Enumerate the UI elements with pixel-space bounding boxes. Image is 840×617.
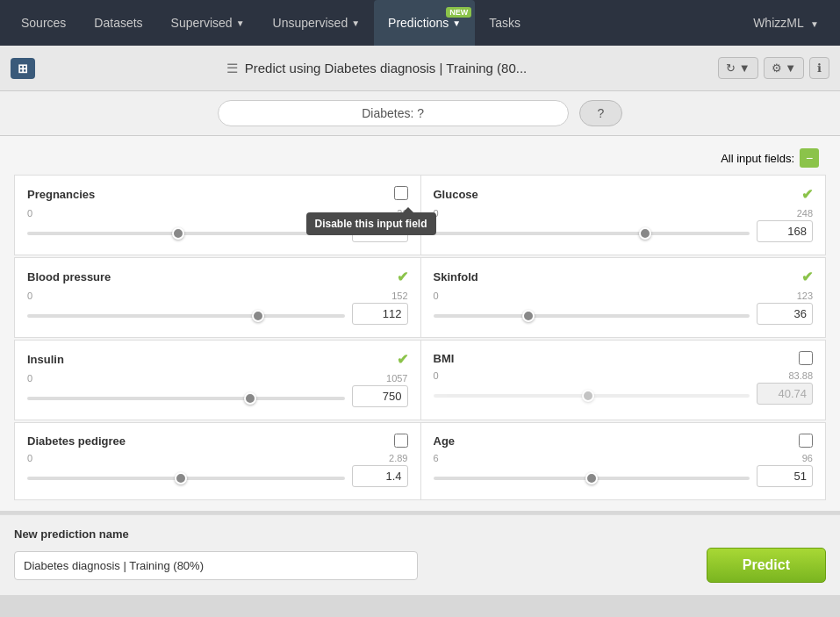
skinfold-slider-row	[434, 303, 814, 325]
all-inputs-toggle[interactable]: −	[800, 148, 819, 168]
diabetes-pedigree-slider-row	[27, 465, 408, 487]
prediction-name-input[interactable]	[14, 551, 418, 580]
blood-pressure-min: 0	[27, 291, 32, 301]
field-glucose: Glucose ✔ 0 248	[420, 175, 827, 255]
nav-datasets[interactable]: Datasets	[80, 0, 156, 46]
nav-predictions-label: Predictions	[388, 16, 449, 30]
prediction-display: Diabetes: ?	[218, 100, 569, 126]
tooltip-text: Disable this input field	[315, 218, 427, 230]
glucose-checkbox[interactable]: ✔	[801, 186, 813, 203]
skinfold-slider[interactable]	[434, 314, 750, 318]
glucose-label: Glucose	[434, 188, 478, 201]
top-bar: ⊞ ☰ Predict using Diabetes diagnosis | T…	[0, 46, 840, 91]
insulin-max: 1057	[386, 373, 407, 384]
diabetes-pedigree-min: 0	[27, 453, 32, 463]
page-title: ☰ Predict using Diabetes diagnosis | Tra…	[42, 61, 711, 76]
insulin-label: Insulin	[27, 353, 64, 366]
bottom-section: New prediction name Predict	[0, 514, 840, 595]
insulin-header: Insulin ✔	[27, 351, 408, 368]
bmi-value-input[interactable]	[757, 383, 813, 405]
all-inputs-bar: All input fields: −	[14, 145, 826, 175]
field-bmi: BMI 0 83.88	[420, 340, 827, 420]
pregnancies-slider[interactable]	[27, 232, 345, 235]
predictions-dropdown-arrow: ▼	[452, 18, 461, 28]
nav-predictions[interactable]: NEW Predictions ▼	[374, 0, 475, 46]
disable-tooltip: Disable this input field	[306, 212, 436, 235]
skinfold-checkbox[interactable]: ✔	[801, 269, 813, 285]
refresh-button[interactable]: ↻ ▼	[718, 57, 757, 79]
prediction-bar: Diabetes: ? ?	[0, 91, 840, 136]
diabetes-pedigree-range: 0 2.89	[27, 453, 408, 463]
glucose-value-input[interactable]	[757, 220, 813, 242]
blood-pressure-value-input[interactable]	[352, 303, 408, 325]
nav-sources[interactable]: Sources	[7, 0, 80, 46]
navigation: Sources Datasets Supervised ▼ Unsupervis…	[0, 0, 840, 46]
insulin-slider-row	[27, 385, 408, 407]
glucose-slider-row	[434, 220, 814, 242]
prediction-label: Diabetes: ?	[362, 106, 424, 120]
logo-button[interactable]: ⊞	[11, 58, 35, 79]
predict-button[interactable]: Predict	[707, 548, 826, 583]
age-max: 96	[802, 453, 813, 463]
diabetes-pedigree-checkbox[interactable]	[394, 434, 408, 448]
age-checkbox[interactable]	[799, 434, 813, 448]
skinfold-header: Skinfold ✔	[434, 269, 814, 285]
blood-pressure-checkbox[interactable]: ✔	[397, 269, 408, 285]
skinfold-range: 0 123	[434, 291, 814, 301]
title-text: Predict using Diabetes diagnosis | Train…	[245, 61, 528, 75]
diabetes-pedigree-label: Diabetes pedigree	[27, 434, 126, 448]
diabetes-pedigree-slider[interactable]	[27, 477, 345, 480]
insulin-range: 0 1057	[27, 373, 408, 384]
age-slider[interactable]	[434, 477, 750, 480]
supervised-dropdown-arrow: ▼	[236, 18, 245, 28]
blood-pressure-slider[interactable]	[27, 314, 345, 318]
predictions-badge: NEW	[446, 7, 471, 18]
blood-pressure-range: 0 152	[27, 291, 408, 301]
field-age: Age 6 96	[420, 422, 827, 500]
insulin-checkbox[interactable]: ✔	[397, 351, 408, 368]
user-menu-arrow: ▼	[810, 19, 819, 29]
prediction-value-button[interactable]: ?	[579, 100, 623, 126]
insulin-slider[interactable]	[27, 397, 345, 400]
age-header: Age	[434, 434, 814, 448]
skinfold-slider-container	[434, 307, 750, 320]
bmi-range: 0 83.88	[434, 370, 814, 381]
nav-user-menu[interactable]: WhizzML ▼	[739, 16, 833, 30]
skinfold-value-input[interactable]	[757, 303, 813, 325]
age-slider-row	[434, 465, 814, 487]
insulin-value-input[interactable]	[352, 385, 408, 407]
prediction-value-label: ?	[598, 106, 605, 120]
prediction-name-label: New prediction name	[14, 527, 826, 541]
nav-unsupervised[interactable]: Unsupervised ▼	[259, 0, 375, 46]
doc-icon: ☰	[226, 61, 238, 76]
nav-unsupervised-label: Unsupervised	[273, 16, 348, 30]
blood-pressure-slider-container	[27, 307, 345, 320]
prediction-name-row: Predict	[14, 548, 826, 583]
age-range: 6 96	[434, 453, 814, 463]
new-prediction-label-text: New prediction name	[14, 527, 129, 541]
blood-pressure-slider-row	[27, 303, 408, 325]
pregnancies-label: Pregnancies	[27, 188, 95, 201]
bmi-checkbox[interactable]	[799, 351, 813, 365]
nav-supervised[interactable]: Supervised ▼	[157, 0, 259, 46]
all-inputs-label: All input fields:	[721, 152, 794, 165]
field-pregnancies: Pregnancies Disable this input field 0 2…	[14, 175, 420, 255]
diabetes-pedigree-slider-container	[27, 470, 345, 483]
pregnancies-checkbox-container: Disable this input field	[394, 186, 408, 203]
main-content: All input fields: − Pregnancies Disable …	[0, 136, 840, 511]
blood-pressure-header: Blood pressure ✔	[27, 269, 408, 285]
diabetes-pedigree-max: 2.89	[389, 453, 407, 463]
nav-tasks[interactable]: Tasks	[475, 0, 535, 46]
age-label: Age	[434, 434, 456, 448]
bmi-max: 83.88	[788, 370, 813, 381]
top-bar-actions: ↻ ▼ ⚙ ▼ ℹ	[718, 57, 829, 79]
info-button[interactable]: ℹ	[809, 57, 829, 79]
glucose-slider[interactable]	[434, 232, 750, 235]
nav-sources-label: Sources	[21, 16, 66, 30]
pregnancies-checkbox[interactable]	[394, 186, 408, 200]
bmi-slider[interactable]	[434, 394, 750, 398]
age-value-input[interactable]	[757, 465, 813, 487]
edit-button[interactable]: ⚙ ▼	[764, 57, 804, 79]
diabetes-pedigree-value-input[interactable]	[352, 465, 408, 487]
pregnancies-header: Pregnancies Disable this input field	[27, 186, 408, 203]
